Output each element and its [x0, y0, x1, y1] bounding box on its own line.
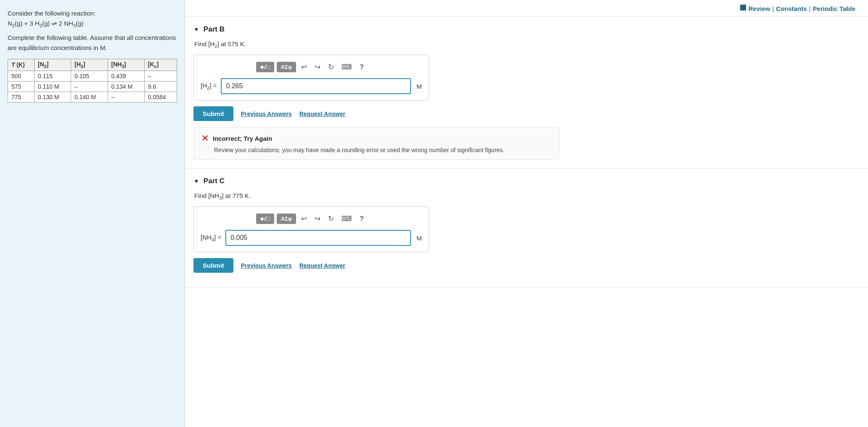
- part-c-toolbar: ■√□ AΣφ ↩ ↪ ↻ ⌨ ?: [201, 213, 422, 225]
- col-header-H2: [H2]: [71, 59, 108, 71]
- col-header-N2: [N2]: [34, 59, 71, 71]
- table-row: 775 0.130 M 0.140 M – 0.0584: [8, 92, 177, 102]
- part-b-header: ▼ Part B: [193, 25, 855, 34]
- part-c-submit-button[interactable]: Submit: [193, 258, 233, 273]
- error-x-icon: ✕: [201, 133, 209, 143]
- part-b-error-title: Incorrect; Try Again: [213, 135, 272, 142]
- part-b-help-button[interactable]: ?: [357, 62, 366, 73]
- part-c-symbol-button[interactable]: AΣφ: [277, 214, 296, 224]
- periodic-table-link[interactable]: Periodic Table: [813, 5, 855, 12]
- part-b-request-answer-link[interactable]: Request Answer: [299, 111, 345, 117]
- part-c-undo-button[interactable]: ↩: [299, 213, 310, 225]
- review-icon: [740, 5, 746, 11]
- part-c-submit-row: Submit Previous Answers Request Answer: [193, 258, 855, 273]
- part-c-keyboard-button[interactable]: ⌨: [339, 213, 355, 225]
- review-link[interactable]: Review: [749, 5, 770, 12]
- top-bar: Review | Constants | Periodic Table: [185, 0, 868, 17]
- part-c-help-button[interactable]: ?: [357, 214, 366, 224]
- problem-intro: Consider the following reaction:: [8, 8, 177, 18]
- part-c-find-text: Find [NH3] at 775 K.: [194, 192, 855, 200]
- part-b-refresh-button[interactable]: ↻: [326, 61, 336, 73]
- equilibrium-table: T (K) [N2] [H2] [NH3] [Kc] 500 0.115 0.1…: [8, 59, 177, 103]
- part-b-section: ▼ Part B Find [H2] at 575 K. ■√□ AΣφ ↩ ↪…: [185, 17, 868, 169]
- right-panel: Review | Constants | Periodic Table ▼ Pa…: [185, 0, 868, 427]
- part-b-undo-button[interactable]: ↩: [299, 61, 310, 73]
- part-b-collapse-arrow[interactable]: ▼: [193, 26, 199, 33]
- part-c-redo-button[interactable]: ↪: [312, 213, 323, 225]
- part-b-redo-button[interactable]: ↪: [312, 61, 323, 73]
- part-b-previous-answers-link[interactable]: Previous Answers: [241, 111, 292, 117]
- part-c-previous-answers-link[interactable]: Previous Answers: [241, 262, 292, 269]
- part-c-unit: M: [417, 235, 422, 242]
- part-b-error-header: ✕ Incorrect; Try Again: [201, 133, 551, 143]
- separator-1: |: [772, 5, 774, 12]
- part-b-answer-input[interactable]: [221, 78, 410, 94]
- part-c-title: Part C: [204, 177, 225, 185]
- part-b-error-message: Review your calculations; you may have m…: [214, 147, 551, 153]
- left-panel: Consider the following reaction: N2(g) +…: [0, 0, 185, 427]
- part-b-find-text: Find [H2] at 575 K.: [194, 40, 855, 49]
- part-b-title: Part B: [204, 25, 225, 34]
- table-row: 500 0.115 0.105 0.439 –: [8, 71, 177, 81]
- reaction-equation: N2(g) + 3 H2(g) ⇌ 2 NH3(g): [8, 18, 177, 29]
- part-b-submit-row: Submit Previous Answers Request Answer: [193, 106, 855, 121]
- part-b-submit-button[interactable]: Submit: [193, 106, 233, 121]
- col-header-NH3: [NH3]: [108, 59, 144, 71]
- part-b-symbol-button[interactable]: AΣφ: [277, 62, 296, 72]
- part-c-section: ▼ Part C Find [NH3] at 775 K. ■√□ AΣφ ↩ …: [185, 169, 868, 287]
- part-b-input-container: ■√□ AΣφ ↩ ↪ ↻ ⌨ ? [H2] = M: [193, 55, 429, 100]
- problem-instruction: Complete the following table. Assume tha…: [8, 33, 177, 53]
- part-b-unit: M: [417, 83, 422, 90]
- part-c-header: ▼ Part C: [193, 177, 855, 185]
- separator-2: |: [809, 5, 811, 12]
- part-c-math-button[interactable]: ■√□: [256, 214, 274, 224]
- problem-description: Consider the following reaction: N2(g) +…: [8, 8, 177, 53]
- part-c-input-container: ■√□ AΣφ ↩ ↪ ↻ ⌨ ? [NH3] = M: [193, 206, 429, 252]
- part-b-toolbar: ■√□ AΣφ ↩ ↪ ↻ ⌨ ?: [201, 61, 422, 73]
- part-c-collapse-arrow[interactable]: ▼: [193, 178, 199, 185]
- part-b-keyboard-button[interactable]: ⌨: [339, 61, 355, 73]
- part-c-input-label: [NH3] =: [201, 234, 221, 242]
- part-b-input-row: [H2] = M: [201, 78, 422, 94]
- part-c-refresh-button[interactable]: ↻: [326, 213, 336, 225]
- col-header-Kc: [Kc]: [144, 59, 177, 71]
- part-b-input-label: [H2] =: [201, 82, 217, 90]
- part-b-error-box: ✕ Incorrect; Try Again Review your calcu…: [193, 127, 559, 160]
- table-row: 575 0.110 M – 0.134 M 9.6: [8, 81, 177, 92]
- part-c-input-row: [NH3] = M: [201, 230, 422, 246]
- part-c-answer-input[interactable]: [225, 230, 410, 246]
- constants-link[interactable]: Constants: [776, 5, 807, 12]
- part-c-request-answer-link[interactable]: Request Answer: [299, 262, 345, 269]
- col-header-T: T (K): [8, 59, 34, 71]
- part-b-math-button[interactable]: ■√□: [256, 62, 274, 72]
